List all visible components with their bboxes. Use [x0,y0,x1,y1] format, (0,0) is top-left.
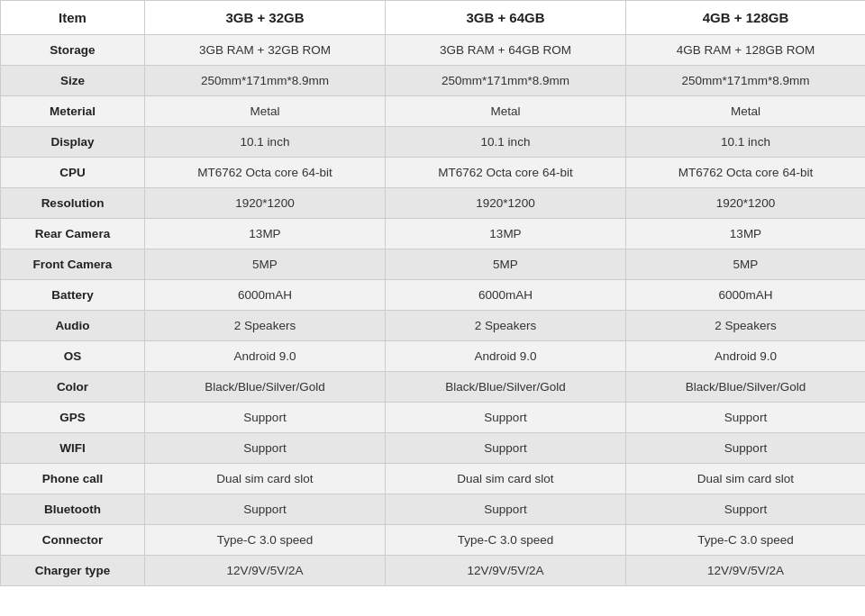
row-value-v2: 6000mAH [386,280,626,311]
row-value-v2: 12V/9V/5V/2A [386,556,626,586]
row-value-v1: Type-C 3.0 speed [145,525,386,556]
table-row: Resolution1920*12001920*12001920*1200 [1,188,866,219]
row-value-v3: 6000mAH [626,280,866,311]
row-value-v3: 1920*1200 [626,188,866,219]
row-value-v2: Black/Blue/Silver/Gold [386,372,626,403]
row-item-label: Phone call [1,464,145,494]
row-value-v1: Support [145,433,386,464]
table-row: Charger type12V/9V/5V/2A12V/9V/5V/2A12V/… [1,556,866,586]
table-row: Audio2 Speakers2 Speakers2 Speakers [1,311,866,341]
row-value-v1: Metal [145,96,386,127]
row-value-v3: Support [626,494,866,525]
row-value-v1: 1920*1200 [145,188,386,219]
row-value-v1: 13MP [145,219,386,249]
row-value-v1: Dual sim card slot [145,464,386,494]
row-value-v1: 2 Speakers [145,311,386,341]
table-row: ColorBlack/Blue/Silver/GoldBlack/Blue/Si… [1,372,866,403]
table-row: MeterialMetalMetalMetal [1,96,866,127]
spec-table-container: Item 3GB + 32GB 3GB + 64GB 4GB + 128GB S… [0,0,865,586]
row-item-label: Meterial [1,96,145,127]
row-value-v3: Support [626,403,866,433]
row-value-v1: Android 9.0 [145,341,386,372]
row-value-v2: MT6762 Octa core 64-bit [386,158,626,188]
row-value-v2: Dual sim card slot [386,464,626,494]
row-value-v3: Dual sim card slot [626,464,866,494]
row-value-v2: 1920*1200 [386,188,626,219]
table-row: Display10.1 inch10.1 inch10.1 inch [1,127,866,158]
row-value-v3: 250mm*171mm*8.9mm [626,66,866,96]
row-value-v1: 250mm*171mm*8.9mm [145,66,386,96]
spec-table: Item 3GB + 32GB 3GB + 64GB 4GB + 128GB S… [0,0,865,586]
row-value-v2: Support [386,433,626,464]
row-item-label: GPS [1,403,145,433]
row-value-v1: 5MP [145,249,386,280]
table-row: CPUMT6762 Octa core 64-bitMT6762 Octa co… [1,158,866,188]
table-row: Phone callDual sim card slotDual sim car… [1,464,866,494]
row-value-v2: Metal [386,96,626,127]
row-item-label: Front Camera [1,249,145,280]
row-value-v3: MT6762 Octa core 64-bit [626,158,866,188]
row-value-v1: MT6762 Octa core 64-bit [145,158,386,188]
row-value-v2: Support [386,494,626,525]
row-value-v3: 5MP [626,249,866,280]
row-value-v3: Android 9.0 [626,341,866,372]
table-row: WIFISupportSupportSupport [1,433,866,464]
row-value-v2: 3GB RAM + 64GB ROM [386,35,626,66]
header-v3: 4GB + 128GB [626,1,866,35]
row-item-label: Audio [1,311,145,341]
row-value-v3: 4GB RAM + 128GB ROM [626,35,866,66]
table-row: Battery6000mAH6000mAH6000mAH [1,280,866,311]
row-item-label: Color [1,372,145,403]
header-v1: 3GB + 32GB [145,1,386,35]
table-row: Size250mm*171mm*8.9mm250mm*171mm*8.9mm25… [1,66,866,96]
row-value-v1: 6000mAH [145,280,386,311]
header-item: Item [1,1,145,35]
row-value-v3: 2 Speakers [626,311,866,341]
row-value-v2: 250mm*171mm*8.9mm [386,66,626,96]
row-value-v2: 13MP [386,219,626,249]
table-row: Rear Camera13MP13MP13MP [1,219,866,249]
header-v2: 3GB + 64GB [386,1,626,35]
row-value-v1: 10.1 inch [145,127,386,158]
row-item-label: Storage [1,35,145,66]
row-item-label: Resolution [1,188,145,219]
row-value-v1: Black/Blue/Silver/Gold [145,372,386,403]
table-row: GPSSupportSupportSupport [1,403,866,433]
row-value-v3: 13MP [626,219,866,249]
row-value-v1: 12V/9V/5V/2A [145,556,386,586]
row-value-v3: 10.1 inch [626,127,866,158]
row-value-v3: Metal [626,96,866,127]
row-item-label: Connector [1,525,145,556]
row-value-v3: Support [626,433,866,464]
row-value-v2: Android 9.0 [386,341,626,372]
row-item-label: Charger type [1,556,145,586]
row-value-v1: Support [145,403,386,433]
row-value-v2: 5MP [386,249,626,280]
row-value-v2: Type-C 3.0 speed [386,525,626,556]
row-item-label: CPU [1,158,145,188]
table-row: ConnectorType-C 3.0 speedType-C 3.0 spee… [1,525,866,556]
row-item-label: Rear Camera [1,219,145,249]
row-item-label: Battery [1,280,145,311]
row-value-v2: Support [386,403,626,433]
row-item-label: Display [1,127,145,158]
row-value-v3: Type-C 3.0 speed [626,525,866,556]
table-row: Front Camera5MP5MP5MP [1,249,866,280]
row-value-v3: 12V/9V/5V/2A [626,556,866,586]
table-header-row: Item 3GB + 32GB 3GB + 64GB 4GB + 128GB [1,1,866,35]
row-value-v1: Support [145,494,386,525]
table-row: BluetoothSupportSupportSupport [1,494,866,525]
row-item-label: Size [1,66,145,96]
row-item-label: Bluetooth [1,494,145,525]
row-item-label: WIFI [1,433,145,464]
row-item-label: OS [1,341,145,372]
row-value-v2: 2 Speakers [386,311,626,341]
row-value-v3: Black/Blue/Silver/Gold [626,372,866,403]
row-value-v1: 3GB RAM + 32GB ROM [145,35,386,66]
table-row: Storage3GB RAM + 32GB ROM3GB RAM + 64GB … [1,35,866,66]
table-row: OSAndroid 9.0Android 9.0Android 9.0 [1,341,866,372]
row-value-v2: 10.1 inch [386,127,626,158]
